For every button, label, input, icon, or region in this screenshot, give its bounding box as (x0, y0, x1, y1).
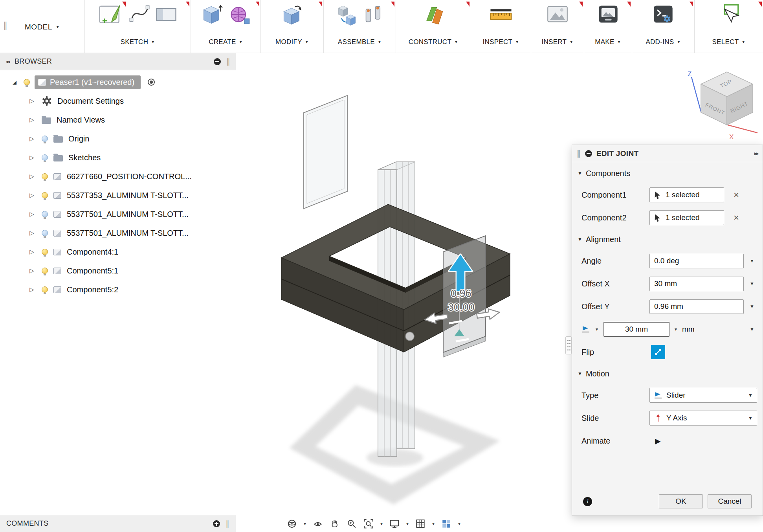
select-cursor-icon[interactable] (718, 3, 740, 25)
expand-arrow-icon[interactable]: ▷ (28, 192, 36, 199)
expand-arrow-icon[interactable]: ▷ (28, 248, 36, 255)
expand-arrow-icon[interactable]: ▷ (28, 211, 36, 218)
make-menu[interactable]: MAKE ▼ (595, 37, 621, 47)
pan-button[interactable] (328, 517, 341, 530)
chevron-down-icon[interactable]: ▾ (302, 521, 308, 526)
insert-image-icon[interactable] (547, 3, 569, 25)
fit-button[interactable] (362, 517, 375, 530)
comments-bar[interactable]: COMMENTS ∥ (0, 515, 236, 532)
visibility-bulb-icon[interactable] (42, 268, 48, 274)
assemble-menu[interactable]: ASSEMBLE ▼ (338, 37, 382, 47)
slide-axis-dropdown[interactable]: Y Axis ▼ (649, 411, 757, 426)
panel-grip-icon[interactable]: ∥ (226, 57, 230, 66)
browser-item-component[interactable]: ▷ Component4:1 (0, 242, 236, 261)
mini-toolbar-grip[interactable] (565, 336, 572, 354)
rectangle-icon[interactable] (155, 3, 177, 25)
create-menu[interactable]: CREATE ▼ (209, 37, 243, 47)
visibility-bulb-icon[interactable] (42, 192, 48, 198)
modify-menu[interactable]: MODIFY ▼ (275, 37, 309, 47)
joint-origin-ball[interactable] (405, 332, 414, 341)
display-settings-button[interactable] (388, 517, 401, 530)
expand-arrow-icon[interactable]: ▷ (28, 135, 36, 142)
chevron-down-icon[interactable]: ▼ (747, 327, 757, 332)
dialog-grip-icon[interactable]: ∥ (577, 149, 581, 158)
expand-arrow-icon[interactable]: ▷ (28, 97, 36, 105)
alignment-section-header[interactable]: ▼ Alignment (578, 229, 757, 249)
collapse-panel-icon[interactable]: ◂◂ (6, 59, 9, 64)
component2-select-button[interactable]: 1 selected (649, 210, 724, 225)
new-component-icon[interactable] (336, 3, 358, 27)
view-cube[interactable]: TOP FRONT RIGHT Z X (688, 70, 757, 141)
component1-select-button[interactable]: 1 selected (649, 187, 724, 202)
zoom-button[interactable] (345, 517, 358, 530)
expand-arrow-icon[interactable]: ◢ (10, 79, 19, 85)
inspect-menu[interactable]: INSPECT ▼ (483, 37, 519, 47)
expand-arrow-icon[interactable]: ▷ (28, 173, 36, 180)
visibility-bulb-icon[interactable] (42, 230, 48, 236)
browser-item-origin[interactable]: ▷ Origin (0, 129, 236, 148)
offset-x-input[interactable]: 30 mm (649, 277, 744, 291)
chevron-down-icon[interactable]: ▼ (747, 258, 757, 264)
chevron-down-icon[interactable]: ▼ (747, 281, 757, 286)
activate-component-radio[interactable] (148, 79, 155, 86)
viewports-button[interactable] (440, 517, 453, 530)
measure-ruler-icon[interactable] (489, 3, 513, 25)
info-icon[interactable]: i (583, 497, 592, 506)
browser-item-component[interactable]: ▷ 5537T501_ALUMINUM T-SLOTT... (0, 205, 236, 224)
visibility-bulb-icon[interactable] (42, 136, 48, 142)
visibility-bulb-icon[interactable] (42, 249, 48, 255)
motion-section-header[interactable]: ▼ Motion (578, 363, 757, 384)
minus-circle-icon[interactable] (585, 150, 592, 157)
visibility-bulb-icon[interactable] (42, 286, 48, 293)
insert-menu[interactable]: INSERT ▼ (541, 37, 573, 47)
chevron-down-icon[interactable]: ▾ (379, 521, 384, 526)
motion-type-dropdown[interactable]: Slider ▼ (649, 388, 757, 403)
workspace-switcher[interactable]: MODEL ▼ (0, 0, 84, 53)
chevron-down-icon[interactable]: ▾ (673, 327, 679, 332)
create-sketch-icon[interactable] (99, 3, 124, 27)
browser-item-component[interactable]: ▷ Component5:2 (0, 280, 236, 299)
dialog-titlebar[interactable]: ∥ EDIT JOINT ▸▸ (572, 145, 763, 162)
browser-item-component[interactable]: ▷ 5537T353_ALUMINUM T-SLOTT... (0, 186, 236, 205)
browser-item-component[interactable]: ▷ 6627T660_POSITION-CONTROL... (0, 167, 236, 186)
browser-item-sketches[interactable]: ▷ Sketches (0, 148, 236, 167)
clear-selection-icon[interactable]: × (734, 190, 739, 200)
addins-menu[interactable]: ADD-INS ▼ (646, 37, 680, 47)
visibility-bulb-icon[interactable] (42, 173, 48, 180)
angle-input[interactable]: 0.0 deg (649, 254, 744, 268)
minus-circle-icon[interactable] (214, 58, 221, 65)
sketch-menu[interactable]: SKETCH ▼ (121, 37, 155, 47)
browser-item-component[interactable]: ▷ 5537T501_ALUMINUM T-SLOTT... (0, 224, 236, 242)
expand-arrow-icon[interactable]: ▷ (28, 116, 36, 123)
joint-icon[interactable] (363, 3, 384, 27)
root-selection[interactable]: Peaser1 (v1~recovered) (35, 75, 141, 89)
visibility-bulb-icon[interactable] (42, 154, 48, 161)
chevron-down-icon[interactable]: ▾ (593, 327, 600, 332)
browser-root-item[interactable]: ◢ Peaser1 (v1~recovered) (0, 73, 236, 92)
browser-item-named-views[interactable]: ▷ Named Views (0, 110, 236, 129)
add-comment-icon[interactable] (213, 520, 220, 527)
visibility-bulb-icon[interactable] (24, 79, 30, 85)
chevron-down-icon[interactable]: ▾ (431, 521, 436, 526)
create-box-icon[interactable] (201, 3, 223, 27)
flip-button[interactable] (651, 345, 665, 359)
visibility-bulb-icon[interactable] (42, 211, 48, 217)
offset-z-inline-input[interactable]: 30 mm (603, 322, 669, 337)
components-section-header[interactable]: ▼ Components (578, 163, 757, 183)
panel-grip-icon[interactable]: ∥ (226, 519, 229, 528)
modify-icon[interactable] (281, 3, 303, 27)
expand-arrow-icon[interactable]: ▷ (28, 154, 36, 161)
scripts-addins-icon[interactable] (652, 3, 674, 25)
browser-item-document-settings[interactable]: ▷ Document Settings (0, 92, 236, 110)
slider-joint-icon[interactable] (581, 325, 590, 334)
look-at-button[interactable] (311, 517, 325, 530)
flyout-arrows-icon[interactable]: ▸▸ (754, 150, 758, 156)
grid-snaps-button[interactable] (414, 517, 427, 530)
select-menu[interactable]: SELECT ▼ (712, 37, 745, 47)
cancel-button[interactable]: Cancel (708, 494, 752, 508)
construct-menu[interactable]: CONSTRUCT ▼ (409, 37, 459, 47)
make-icon[interactable] (597, 3, 619, 25)
chevron-down-icon[interactable]: ▾ (405, 521, 410, 526)
ok-button[interactable]: OK (659, 494, 703, 508)
orbit-button[interactable] (285, 517, 299, 530)
